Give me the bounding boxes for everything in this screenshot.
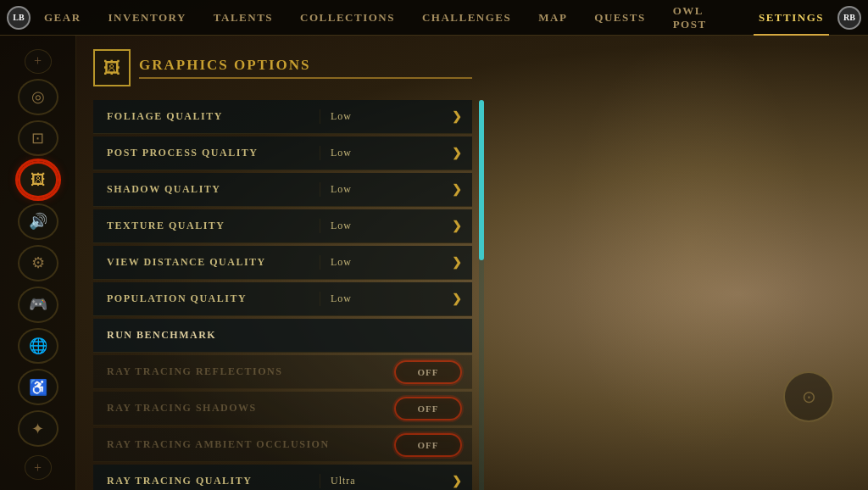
compass-icon: ◎ <box>31 87 45 106</box>
shadow-quality-text: Low <box>331 183 352 196</box>
right-decoration: ⊙ <box>489 36 868 490</box>
ray-tracing-reflections-label: RAY TRACING REFLECTIONS <box>93 365 394 378</box>
foliage-arrow-icon: ❯ <box>452 109 462 124</box>
settings-section-icon: 🖼 <box>93 49 131 86</box>
post-process-quality-label: POST PROCESS QUALITY <box>93 147 320 159</box>
nav-map[interactable]: MAP <box>525 0 581 36</box>
texture-quality-label: TEXTURE QUALITY <box>93 220 320 232</box>
ray-tracing-quality-value[interactable]: Ultra ❯ <box>320 474 472 488</box>
compass-deco-icon: ⊙ <box>802 387 816 407</box>
ray-tracing-quality-text: Ultra <box>331 475 356 487</box>
ray-tracing-reflections-row: RAY TRACING REFLECTIONS OFF <box>93 355 472 389</box>
nav-quests[interactable]: QUESTS <box>581 0 659 36</box>
sidebar-item-graphics[interactable]: 🖼 <box>18 161 58 198</box>
lb-button[interactable]: LB <box>7 6 31 30</box>
graphics-icon: 🖼 <box>31 171 46 189</box>
sidebar-item-compass[interactable]: ◎ <box>18 79 58 115</box>
ray-tracing-ao-row: RAY TRACING AMBIENT OCCLUSION OFF <box>93 428 472 462</box>
sidebar-item-display[interactable]: ⊡ <box>18 120 58 157</box>
ray-tracing-reflections-toggle[interactable]: OFF <box>394 360 462 384</box>
sidebar-item-accessibility[interactable]: ♿ <box>18 369 58 405</box>
rb-button[interactable]: RB <box>837 6 861 30</box>
nav-challenges[interactable]: CHALLENGES <box>409 0 525 36</box>
post-process-quality-row[interactable]: POST PROCESS QUALITY Low ❯ <box>93 136 472 170</box>
post-process-arrow-icon: ❯ <box>452 146 462 160</box>
population-quality-label: POPULATION QUALITY <box>93 292 320 305</box>
compass-decoration: ⊙ <box>783 371 834 422</box>
share-icon: ✦ <box>31 420 44 438</box>
ray-tracing-ao-toggle[interactable]: OFF <box>394 433 462 457</box>
controller-icon: 🎮 <box>29 295 47 314</box>
shadow-quality-row[interactable]: SHADOW QUALITY Low ❯ <box>93 173 472 207</box>
view-distance-quality-label: VIEW DISTANCE QUALITY <box>93 256 320 269</box>
sidebar: + ◎ ⊡ 🖼 🔊 ⚙ 🎮 🌐 ♿ ✦ + <box>0 36 76 490</box>
foliage-quality-label: FOLIAGE QUALITY <box>93 110 320 123</box>
sidebar-item-network[interactable]: 🌐 <box>18 328 58 365</box>
foliage-quality-row[interactable]: FOLIAGE QUALITY Low ❯ <box>93 100 472 134</box>
population-quality-text: Low <box>331 292 352 305</box>
sidebar-item-controller[interactable]: 🎮 <box>18 287 58 323</box>
sidebar-item-audio[interactable]: 🔊 <box>18 203 58 240</box>
ray-tracing-quality-row[interactable]: RAY TRACING QUALITY Ultra ❯ <box>93 465 472 490</box>
population-quality-value[interactable]: Low ❯ <box>320 292 472 306</box>
texture-quality-row[interactable]: TEXTURE QUALITY Low ❯ <box>93 209 472 243</box>
ray-tracing-ao-label: RAY TRACING AMBIENT OCCLUSION <box>93 438 394 451</box>
ray-tracing-shadows-toggle[interactable]: OFF <box>394 397 462 420</box>
settings-panel: 🖼 GRAPHICS OPTIONS FOLIAGE QUALITY Low ❯… <box>76 36 489 490</box>
shadow-quality-label: SHADOW QUALITY <box>93 183 320 196</box>
nav-inventory[interactable]: INVENTORY <box>95 0 200 36</box>
sidebar-item-share[interactable]: ✦ <box>18 410 58 447</box>
post-process-quality-text: Low <box>331 147 352 159</box>
ray-tracing-quality-arrow-icon: ❯ <box>452 474 462 488</box>
network-icon: 🌐 <box>29 337 47 355</box>
settings-list: FOLIAGE QUALITY Low ❯ POST PROCESS QUALI… <box>93 100 472 490</box>
top-navigation: LB GEAR INVENTORY TALENTS COLLECTIONS CH… <box>0 0 868 36</box>
display-icon: ⊡ <box>31 129 44 148</box>
accessibility-icon: ♿ <box>29 378 47 397</box>
ray-tracing-quality-label: RAY TRACING QUALITY <box>93 475 320 487</box>
shadow-quality-value[interactable]: Low ❯ <box>320 182 472 197</box>
ray-tracing-shadows-label: RAY TRACING SHADOWS <box>93 402 394 415</box>
nav-settings[interactable]: SETTINGS <box>745 0 837 36</box>
audio-icon: 🔊 <box>29 212 47 231</box>
foliage-quality-value[interactable]: Low ❯ <box>320 109 472 124</box>
view-distance-quality-text: Low <box>331 256 352 269</box>
sidebar-add-bottom[interactable]: + <box>25 455 52 480</box>
foliage-quality-text: Low <box>331 110 352 123</box>
population-arrow-icon: ❯ <box>452 292 462 306</box>
shadow-arrow-icon: ❯ <box>452 182 462 197</box>
texture-quality-text: Low <box>331 220 352 232</box>
texture-quality-value[interactable]: Low ❯ <box>320 219 472 233</box>
texture-arrow-icon: ❯ <box>452 219 462 233</box>
view-distance-quality-value[interactable]: Low ❯ <box>320 255 472 270</box>
nav-items: GEAR INVENTORY TALENTS COLLECTIONS CHALL… <box>31 0 837 36</box>
run-benchmark-label: RUN BENCHMARK <box>93 329 472 342</box>
view-distance-arrow-icon: ❯ <box>452 255 462 270</box>
settings-header: 🖼 GRAPHICS OPTIONS <box>93 49 472 86</box>
scrollbar-thumb <box>479 100 484 260</box>
sidebar-add-top[interactable]: + <box>25 49 52 74</box>
ray-tracing-shadows-row: RAY TRACING SHADOWS OFF <box>93 392 472 426</box>
gear-icon: ⚙ <box>31 253 45 272</box>
view-distance-quality-row[interactable]: VIEW DISTANCE QUALITY Low ❯ <box>93 246 472 280</box>
population-quality-row[interactable]: POPULATION QUALITY Low ❯ <box>93 282 472 316</box>
post-process-quality-value[interactable]: Low ❯ <box>320 146 472 160</box>
main-content: + ◎ ⊡ 🖼 🔊 ⚙ 🎮 🌐 ♿ ✦ + <box>0 36 868 490</box>
nav-owl-post[interactable]: OWL POST <box>659 0 745 36</box>
nav-talents[interactable]: TALENTS <box>200 0 287 36</box>
nav-collections[interactable]: COLLECTIONS <box>287 0 409 36</box>
scrollbar[interactable] <box>479 100 484 490</box>
run-benchmark-row[interactable]: RUN BENCHMARK <box>93 319 472 353</box>
graphics-section-icon: 🖼 <box>103 58 120 78</box>
nav-gear[interactable]: GEAR <box>31 0 95 36</box>
settings-title: GRAPHICS OPTIONS <box>139 57 472 79</box>
sidebar-item-settings[interactable]: ⚙ <box>18 245 58 281</box>
